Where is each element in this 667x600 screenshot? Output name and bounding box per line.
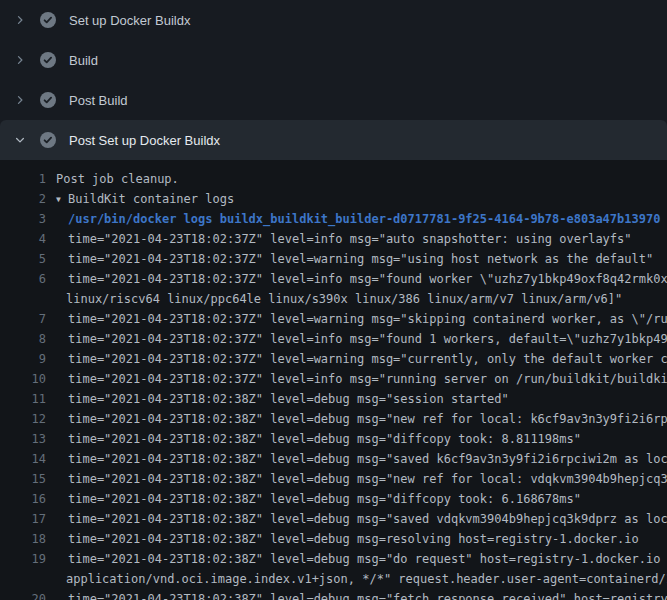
line-number[interactable]: 11 [0,389,46,409]
line-number[interactable]: 3 [0,209,46,229]
check-circle-icon [40,132,56,148]
log-text: application/vnd.oci.image.index.v1+json,… [46,569,667,589]
log-text: time="2021-04-23T18:02:37Z" level=warnin… [46,249,653,269]
log-line: 8time="2021-04-23T18:02:37Z" level=info … [0,329,667,349]
chevron-right-icon [13,53,27,67]
log-text: time="2021-04-23T18:02:38Z" level=debug … [46,589,667,600]
step-label: Post Build [69,93,128,108]
step-header-build[interactable]: Build [0,40,667,80]
check-circle-icon [40,52,56,68]
log-text: time="2021-04-23T18:02:38Z" level=debug … [46,409,667,429]
line-number[interactable]: 9 [0,349,46,369]
log-line: 7time="2021-04-23T18:02:37Z" level=warni… [0,309,667,329]
step-label: Build [69,53,98,68]
line-number[interactable]: 13 [0,429,46,449]
command-text: /usr/bin/docker logs buildx_buildkit_bui… [46,209,660,229]
line-number[interactable]: 7 [0,309,46,329]
line-number[interactable]: 6 [0,269,46,289]
log-line: 3/usr/bin/docker logs buildx_buildkit_bu… [0,209,667,229]
check-circle-icon [40,92,56,108]
line-number[interactable]: 18 [0,529,46,549]
log-line: 16time="2021-04-23T18:02:38Z" level=debu… [0,489,667,509]
line-number[interactable]: 19 [0,549,46,569]
log-text: time="2021-04-23T18:02:37Z" level=warnin… [46,349,667,369]
log-text: Post job cleanup. [46,169,179,189]
step-label: Post Set up Docker Buildx [69,133,220,148]
line-number[interactable]: 2 [0,189,46,209]
chevron-right-icon [13,13,27,27]
line-number[interactable]: 17 [0,509,46,529]
log-text: time="2021-04-23T18:02:37Z" level=info m… [46,369,667,389]
log-line: 11time="2021-04-23T18:02:38Z" level=debu… [0,389,667,409]
log-line: 19time="2021-04-23T18:02:38Z" level=debu… [0,549,667,569]
log-output: 1Post job cleanup.2▼BuildKit container l… [0,160,667,600]
line-number[interactable]: 12 [0,409,46,429]
line-number[interactable]: 15 [0,469,46,489]
chevron-down-icon [13,133,27,147]
log-line: 4time="2021-04-23T18:02:37Z" level=info … [0,229,667,249]
log-text: time="2021-04-23T18:02:38Z" level=debug … [46,389,509,409]
check-circle-icon [40,12,56,28]
line-number[interactable]: 5 [0,249,46,269]
group-title: BuildKit container logs [68,192,234,206]
log-line: 14time="2021-04-23T18:02:38Z" level=debu… [0,449,667,469]
log-line-continuation: application/vnd.oci.image.index.v1+json,… [0,569,667,589]
log-line: 13time="2021-04-23T18:02:38Z" level=debu… [0,429,667,449]
line-number[interactable]: 4 [0,229,46,249]
log-text: time="2021-04-23T18:02:38Z" level=debug … [46,509,667,529]
log-text: time="2021-04-23T18:02:38Z" level=debug … [46,469,667,489]
log-text: linux/riscv64 linux/ppc64le linux/s390x … [46,289,622,309]
line-number [0,289,46,309]
chevron-right-icon [13,93,27,107]
actions-log-viewer: Set up Docker BuildxBuildPost BuildPost … [0,0,667,600]
log-text: time="2021-04-23T18:02:37Z" level=info m… [46,329,667,349]
step-header-set-up-docker-buildx[interactable]: Set up Docker Buildx [0,0,667,40]
log-line: 10time="2021-04-23T18:02:37Z" level=info… [0,369,667,389]
line-number[interactable]: 14 [0,449,46,469]
log-text: time="2021-04-23T18:02:38Z" level=debug … [46,489,581,509]
log-line: 17time="2021-04-23T18:02:38Z" level=debu… [0,509,667,529]
line-number[interactable]: 20 [0,589,46,600]
log-line: 20time="2021-04-23T18:02:38Z" level=debu… [0,589,667,600]
log-line-continuation: linux/riscv64 linux/ppc64le linux/s390x … [0,289,667,309]
log-text: time="2021-04-23T18:02:38Z" level=debug … [46,529,639,549]
step-header-post-set-up-docker-buildx[interactable]: Post Set up Docker Buildx [0,120,667,160]
group-collapse-triangle-icon: ▼ [56,190,68,209]
step-list: Set up Docker BuildxBuildPost BuildPost … [0,0,667,160]
log-text: time="2021-04-23T18:02:38Z" level=debug … [46,429,581,449]
line-number[interactable]: 8 [0,329,46,349]
log-text: time="2021-04-23T18:02:37Z" level=info m… [46,229,632,249]
log-text: time="2021-04-23T18:02:37Z" level=warnin… [46,309,667,329]
log-text: time="2021-04-23T18:02:37Z" level=info m… [46,269,667,289]
log-line: 1Post job cleanup. [0,169,667,189]
log-line: 5time="2021-04-23T18:02:37Z" level=warni… [0,249,667,269]
log-group-toggle[interactable]: ▼BuildKit container logs [46,189,234,209]
log-line: 2▼BuildKit container logs [0,189,667,209]
line-number[interactable]: 1 [0,169,46,189]
log-line: 6time="2021-04-23T18:02:37Z" level=info … [0,269,667,289]
log-text: time="2021-04-23T18:02:38Z" level=debug … [46,449,667,469]
log-line: 12time="2021-04-23T18:02:38Z" level=debu… [0,409,667,429]
line-number[interactable]: 10 [0,369,46,389]
line-number[interactable]: 16 [0,489,46,509]
log-line: 18time="2021-04-23T18:02:38Z" level=debu… [0,529,667,549]
step-header-post-build[interactable]: Post Build [0,80,667,120]
log-line: 15time="2021-04-23T18:02:38Z" level=debu… [0,469,667,489]
log-line: 9time="2021-04-23T18:02:37Z" level=warni… [0,349,667,369]
log-text: time="2021-04-23T18:02:38Z" level=debug … [46,549,667,569]
line-number [0,569,46,589]
step-label: Set up Docker Buildx [69,13,190,28]
